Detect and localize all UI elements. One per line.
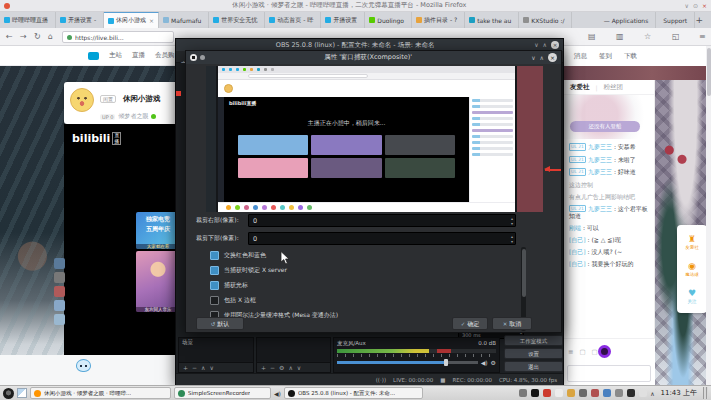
source-up-icon[interactable]: ∧ <box>288 364 292 371</box>
back-icon[interactable]: ← <box>6 32 13 41</box>
up-name[interactable]: 倾梦者之眼 <box>118 112 148 121</box>
emote-orb-button[interactable] <box>598 345 611 358</box>
checkbox[interactable] <box>210 251 219 260</box>
checkbox[interactable] <box>210 281 219 290</box>
mini-thumbnail[interactable] <box>54 272 65 283</box>
close-icon[interactable]: × <box>702 2 707 9</box>
add-scene-icon[interactable]: + <box>183 364 188 371</box>
maximize-icon[interactable]: ∧ <box>543 41 547 49</box>
chat-username[interactable]: 九夢三三 <box>588 205 612 212</box>
settings-button[interactable]: 设置 <box>504 348 563 359</box>
bookmark-icon[interactable]: ☆ <box>644 32 651 41</box>
maximize-icon[interactable]: ∧ <box>540 54 544 61</box>
ok-button[interactable]: ✓确定 <box>452 317 488 330</box>
source-properties-icon[interactable]: ⚙ <box>279 364 284 371</box>
tray-icon[interactable] <box>567 389 575 397</box>
browser-tab[interactable]: 开播设置 <box>321 12 365 28</box>
new-tab-button[interactable]: + <box>687 12 711 28</box>
taskbar-item-ssr[interactable]: SimpleScreenRecorder <box>174 387 271 399</box>
nav-link-shop[interactable]: 会员购 <box>155 51 175 60</box>
chat-username[interactable]: 九夢三三 <box>588 143 612 150</box>
checkbox[interactable] <box>210 296 219 305</box>
minimize-icon[interactable]: ∨ <box>534 41 538 49</box>
close-icon[interactable]: × <box>548 53 557 62</box>
chat-username[interactable]: [自己] <box>569 260 586 267</box>
browser-tab[interactable]: 插件目录 - ? <box>412 12 465 28</box>
tray-icon[interactable] <box>603 389 611 397</box>
spinner-arrows[interactable]: ▴▾ <box>511 216 513 226</box>
restore-icon[interactable]: ⊙ <box>693 2 698 9</box>
recommend-card[interactable]: 东方同人音乐 <box>136 251 180 312</box>
room-action-button[interactable]: ♜ 友爱社 <box>685 234 699 250</box>
mixer-gear-icon[interactable]: ⚙ <box>491 359 496 366</box>
speaker-icon[interactable]: ◀) <box>481 359 488 366</box>
chat-username[interactable]: [自己] <box>569 236 586 243</box>
scrollbar-thumb[interactable] <box>707 48 711 96</box>
slider-handle[interactable] <box>444 359 448 366</box>
room-action-button[interactable]: ◉ 魔法球 <box>685 261 699 277</box>
studio-mode-button[interactable]: 工作室模式 <box>504 335 563 346</box>
browser-tab[interactable]: 休闲小游戏 × <box>104 12 159 28</box>
start-menu-button[interactable] <box>3 388 14 399</box>
dialog-titlebar[interactable]: 属性 '窗口捕获(Xcomposite)' ∨ ∧ × <box>186 51 561 64</box>
nav-link-live[interactable]: 直播 <box>132 51 145 60</box>
minimize-icon[interactable]: ∨ <box>531 54 535 61</box>
panel-handle[interactable] <box>703 387 708 399</box>
chat-username[interactable]: [自己] <box>569 248 586 255</box>
taskbar-item-firefox[interactable]: 休闲小游戏 · 倾梦者之眼 · 哔哩哔... <box>30 387 171 399</box>
sidebar-icon[interactable]: ▥ <box>616 32 624 41</box>
exit-button[interactable]: 退出 <box>504 361 563 372</box>
tray-icon[interactable] <box>615 389 623 397</box>
menu-icon[interactable]: ≡ <box>699 32 706 41</box>
minimize-icon[interactable]: ∨ <box>685 2 689 9</box>
crop-right-input[interactable]: 0 ▴▾ <box>248 214 516 227</box>
close-icon[interactable]: × <box>551 41 559 49</box>
mini-thumbnail[interactable] <box>54 300 65 311</box>
tray-icon[interactable] <box>627 389 635 397</box>
browser-tab[interactable]: take the au <box>465 12 519 28</box>
tray-expand-icon[interactable]: ∧ <box>650 390 654 397</box>
url-bar[interactable]: https://live.bili… <box>62 31 174 43</box>
tray-icon[interactable] <box>543 389 551 397</box>
tray-icon[interactable] <box>555 389 563 397</box>
browser-tab[interactable]: 开播设置 - <box>56 12 104 28</box>
nav-link-download[interactable]: 下载 <box>624 52 637 61</box>
mini-thumbnail[interactable] <box>54 286 65 297</box>
nav-link-main[interactable]: 主站 <box>109 51 122 60</box>
scene-down-icon[interactable]: ∨ <box>209 364 213 371</box>
checkbox-row[interactable]: 包括 X 边框 <box>210 293 338 308</box>
tray-icon[interactable] <box>639 389 647 397</box>
home-icon[interactable]: ⌂ <box>48 32 53 41</box>
browser-tab[interactable]: 动态首页 - 哔 <box>265 12 321 28</box>
mini-thumbnail[interactable] <box>54 314 65 325</box>
scene-up-icon[interactable]: ∧ <box>201 364 205 371</box>
reload-icon[interactable]: ↻ <box>34 32 41 41</box>
cancel-button[interactable]: ✕取消 <box>492 317 532 330</box>
checkbox-row[interactable]: 当捕获时锁定 X server <box>210 263 338 278</box>
menu-item[interactable]: — Applications <box>597 12 657 28</box>
tray-icon[interactable] <box>531 389 539 397</box>
chat-tab-fans[interactable]: 粉丝团 <box>604 83 624 92</box>
tab-close-icon[interactable]: × <box>149 17 154 24</box>
refresh-icon[interactable]: ◱ <box>672 32 680 41</box>
pin-icon[interactable] <box>200 55 205 60</box>
nav-link-messages[interactable]: 消息 <box>574 52 587 61</box>
checkbox[interactable] <box>210 266 219 275</box>
taskbar-item-obs[interactable]: OBS 25.0.8 (linux) - 配置文件: 未命... <box>284 387 423 399</box>
input-tool-icon[interactable]: ▢ <box>579 348 585 356</box>
nav-link-checkin[interactable]: 签到 <box>599 52 612 61</box>
remove-source-icon[interactable]: − <box>270 364 275 371</box>
promo-banner[interactable]: 独家电竞 五周年庆 大家都在看 <box>136 212 180 249</box>
defaults-button[interactable]: ↺默认 <box>196 317 244 330</box>
desktop-pager[interactable] <box>17 388 27 398</box>
checkbox-row[interactable]: 捕获光标 <box>210 278 338 293</box>
mini-thumbnail[interactable] <box>54 258 65 269</box>
checkbox-row[interactable]: 交换红色和蓝色 <box>210 248 338 263</box>
firefox-titlebar[interactable]: 休闲小游戏 · 倾梦者之眼 - 哔哩哔哩直播，二次元弹幕直播平台 - Mozil… <box>0 0 711 12</box>
taskbar-clock[interactable]: 11:43 上午 <box>661 388 697 398</box>
chat-tab-club[interactable]: 友爱社 <box>570 83 590 92</box>
tray-icon[interactable] <box>519 389 527 397</box>
browser-tab[interactable]: KXStudio :/ <box>519 12 572 28</box>
volume-slider[interactable] <box>337 361 478 364</box>
streamer-avatar[interactable] <box>70 88 94 112</box>
